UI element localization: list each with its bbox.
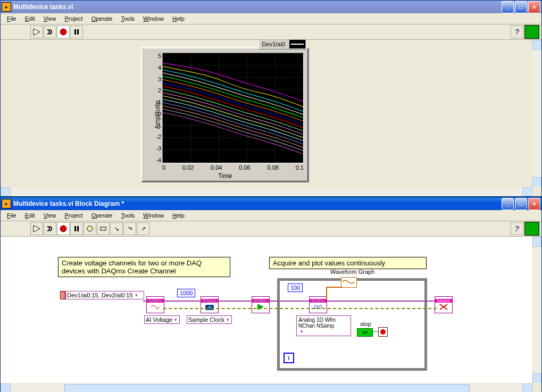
menu-help[interactable]: Help (168, 14, 189, 23)
rate-constant[interactable]: 1000 (177, 289, 195, 297)
channel-string-constant[interactable]: Dev1/ai0:15, Dev2/ai0:15 (65, 291, 144, 299)
step-into-button[interactable]: ↘ (110, 222, 123, 235)
tick: -2 (142, 134, 161, 140)
titlebar[interactable]: ▸ Multidevice tasks.vi Block Diagram * _… (1, 197, 541, 210)
highlight-execution-button[interactable] (84, 222, 96, 235)
help-button[interactable]: ? (511, 222, 523, 235)
maximize-button[interactable]: □ (515, 198, 527, 210)
svg-rect-16 (74, 226, 76, 231)
read-selector[interactable]: Analog 1D Wfm NChan NSamp (296, 315, 351, 336)
tick: -1 (142, 122, 161, 129)
run-continuous-button[interactable] (44, 222, 56, 235)
vertical-scrollbar[interactable] (532, 237, 541, 383)
tick: -4 (142, 157, 161, 163)
plot-legend[interactable]: Dev1/ai0 (259, 40, 306, 49)
menu-window[interactable]: Window (139, 14, 168, 23)
scroll-corner (532, 383, 541, 392)
svg-rect-20 (101, 227, 106, 230)
loop-condition-terminal[interactable] (378, 327, 388, 337)
daqmx-create-channel-node[interactable]: DAQmx (146, 296, 164, 313)
waveform-graph-indicator[interactable] (341, 277, 357, 288)
menu-tools[interactable]: Tools (116, 14, 139, 23)
tick: 0 (142, 111, 161, 117)
run-button[interactable] (30, 222, 43, 235)
node-header: DAQmx (435, 299, 453, 303)
minimize-button[interactable]: _ (502, 198, 514, 210)
svg-rect-1 (74, 29, 76, 35)
menu-view[interactable]: View (39, 211, 61, 220)
close-button[interactable]: × (528, 198, 540, 210)
retain-wire-values-button[interactable] (97, 222, 110, 235)
sample-clock-selector[interactable]: Sample Clock (187, 315, 232, 324)
scroll-corner (532, 187, 541, 196)
toolbar: ↘ ↷ ↗ ? (1, 221, 541, 237)
vi-connector-icon[interactable] (524, 25, 539, 39)
menu-project[interactable]: Project (60, 14, 87, 23)
horizontal-scrollbar[interactable] (1, 383, 541, 392)
pause-button[interactable] (70, 222, 83, 235)
menubar: File Edit View Project Operate Tools Win… (1, 13, 541, 24)
samples-constant[interactable]: 100 (288, 283, 303, 292)
tick: 2 (142, 87, 161, 94)
close-button[interactable]: × (528, 1, 540, 13)
iteration-terminal[interactable]: i (283, 353, 294, 363)
menu-operate[interactable]: Operate (87, 14, 117, 23)
tick: -3 (142, 145, 161, 152)
menu-project[interactable]: Project (60, 211, 87, 220)
menu-file[interactable]: File (3, 211, 21, 220)
ai-voltage-selector[interactable]: AI Voltage (144, 315, 180, 324)
window-title: Multidevice tasks.vi (13, 3, 502, 11)
svg-rect-2 (77, 29, 79, 35)
daqmx-read-node[interactable]: DAQmx (309, 296, 327, 313)
toolbar: ? (1, 24, 541, 40)
y-axis-ticks: 5 4 3 2 1 0 -1 -2 -3 -4 (142, 53, 163, 163)
vi-icon: ▸ (2, 199, 11, 208)
window-title: Multidevice tasks.vi Block Diagram * (13, 200, 502, 207)
graph-wire-v (326, 287, 327, 299)
menu-operate[interactable]: Operate (87, 211, 117, 220)
run-continuous-button[interactable] (44, 26, 56, 38)
menu-edit[interactable]: Edit (21, 14, 39, 23)
abort-button[interactable] (57, 222, 70, 235)
minimize-button[interactable]: _ (502, 1, 514, 13)
pause-button[interactable] (70, 26, 83, 38)
horizontal-scrollbar[interactable] (1, 187, 541, 196)
legend-label: Dev1/ai0 (259, 41, 288, 47)
tf-text: TF (362, 330, 368, 335)
help-button[interactable]: ? (511, 26, 523, 38)
daqmx-start-task-node[interactable]: DAQmx (252, 296, 270, 313)
comment-create-channels[interactable]: Create voltage channels for two or more … (58, 257, 230, 277)
stop-button-terminal[interactable]: TF (357, 328, 373, 337)
waveform-graph[interactable]: Dev1/ai0 Amplitude 5 4 3 2 1 0 -1 -2 -3 … (141, 47, 309, 182)
step-out-button[interactable]: ↗ (137, 222, 149, 235)
vi-icon: ▸ (2, 2, 11, 12)
block-diagram-content[interactable]: Create voltage channels for two or more … (1, 237, 541, 392)
vi-connector-icon[interactable] (524, 222, 539, 236)
menu-help[interactable]: Help (168, 211, 189, 220)
tick: 5 (142, 53, 161, 59)
menu-window[interactable]: Window (139, 211, 168, 220)
daqmx-timing-node[interactable]: DAQmx⏱ (201, 296, 219, 313)
step-over-button[interactable]: ↷ (123, 222, 136, 235)
menu-view[interactable]: View (39, 14, 61, 23)
comment-acquire-plot[interactable]: Acquire and plot values continuously (269, 257, 427, 269)
maximize-button[interactable]: □ (515, 1, 527, 13)
tick: 4 (142, 64, 161, 71)
front-panel-window: ▸ Multidevice tasks.vi _ □ × File Edit V… (0, 0, 542, 197)
selector-text: Analog 1D Wfm NChan NSamp (298, 317, 343, 329)
tick: 0.08 (267, 164, 278, 172)
abort-button[interactable] (57, 26, 70, 38)
io-control-icon (60, 291, 65, 299)
menu-file[interactable]: File (3, 14, 21, 23)
stop-label: stop (360, 321, 371, 327)
menu-tools[interactable]: Tools (116, 211, 139, 220)
run-button[interactable] (30, 26, 43, 38)
menu-edit[interactable]: Edit (21, 211, 39, 220)
vertical-scrollbar[interactable] (532, 40, 541, 187)
legend-swatch (289, 40, 305, 48)
stop-wire (372, 331, 378, 332)
daqmx-clear-task-node[interactable]: DAQmx (435, 296, 453, 313)
titlebar[interactable]: ▸ Multidevice tasks.vi _ □ × (1, 1, 541, 13)
tick: 0.04 (211, 164, 222, 172)
error-wire (163, 308, 437, 309)
